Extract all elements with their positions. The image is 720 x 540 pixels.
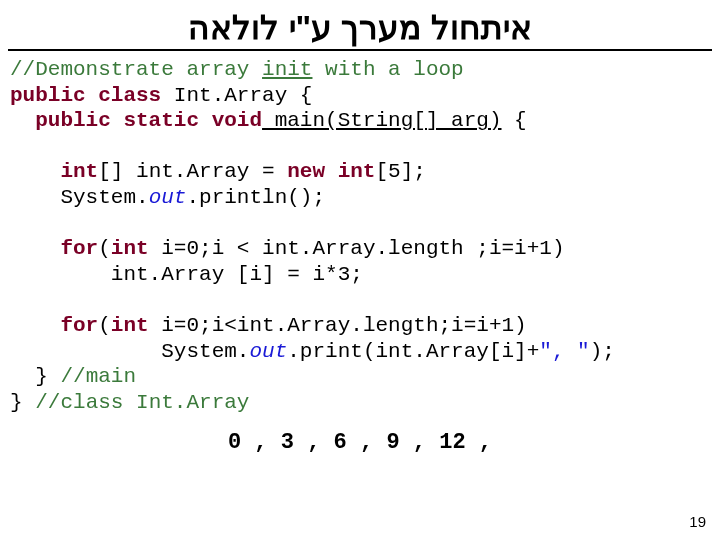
keyword-public-class: public class xyxy=(10,84,161,107)
main-signature: main(String[] arg) xyxy=(262,109,501,132)
for1-rest: i=0;i < int.Array.length ;i=i+1) xyxy=(149,237,565,260)
array-decl-b: [5]; xyxy=(375,160,425,183)
keyword-int-2: int xyxy=(111,237,149,260)
class-decl: Int.Array { xyxy=(161,84,312,107)
close-class-brace: } xyxy=(10,391,35,414)
keyword-int: int xyxy=(10,160,98,183)
for1-open: ( xyxy=(98,237,111,260)
keyword-for-1: for xyxy=(10,237,98,260)
italic-out-2: out xyxy=(249,340,287,363)
keyword-new-int: new int xyxy=(287,160,375,183)
for2-rest: i=0;i<int.Array.length;i=i+1) xyxy=(149,314,527,337)
array-decl-a: [] int.Array = xyxy=(98,160,287,183)
keyword-int-3: int xyxy=(111,314,149,337)
italic-out-1: out xyxy=(149,186,187,209)
sysout-2a: System. xyxy=(10,340,249,363)
slide: איתחול מערך ע"י לולאה //Demonstrate arra… xyxy=(0,0,720,540)
comment-line-1: //Demonstrate array init with a loop xyxy=(10,58,464,81)
for1-body: int.Array [i] = i*3; xyxy=(10,263,363,286)
program-output: 0 , 3 , 6 , 9 , 12 , xyxy=(0,430,720,455)
sysout-1a: System. xyxy=(10,186,149,209)
sysout-1b: .println(); xyxy=(186,186,325,209)
keyword-public-static-void: public static void xyxy=(10,109,262,132)
page-number: 19 xyxy=(689,513,706,530)
comment-main: //main xyxy=(60,365,136,388)
string-literal: ", " xyxy=(539,340,589,363)
title-divider xyxy=(8,49,712,51)
close-main-brace: } xyxy=(10,365,60,388)
slide-title: איתחול מערך ע"י לולאה xyxy=(0,0,720,49)
sysout-2c: ); xyxy=(590,340,615,363)
main-open: { xyxy=(502,109,527,132)
comment-class: //class Int.Array xyxy=(35,391,249,414)
sysout-2b: .print(int.Array[i]+ xyxy=(287,340,539,363)
keyword-for-2: for xyxy=(10,314,98,337)
for2-open: ( xyxy=(98,314,111,337)
code-block: //Demonstrate array init with a loop pub… xyxy=(0,57,720,416)
